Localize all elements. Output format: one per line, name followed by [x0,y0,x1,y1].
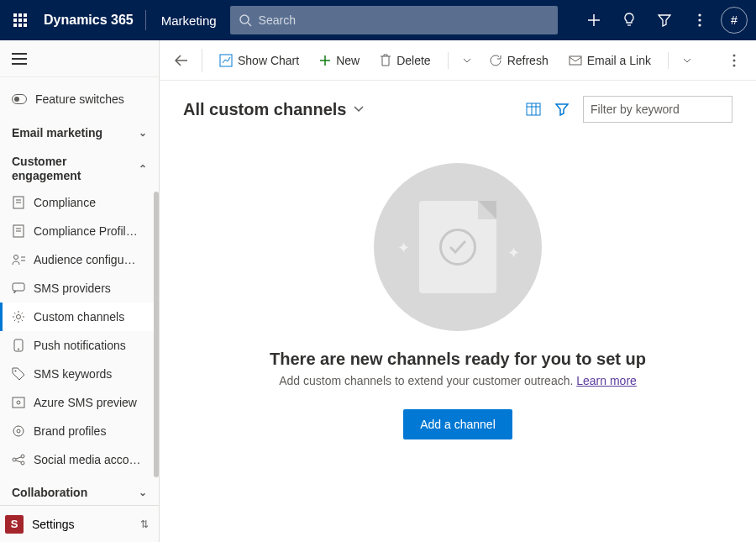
edit-columns-button[interactable] [519,96,548,123]
view-subheader: All custom channels Filter by keyword [160,81,756,129]
arrow-left-icon [175,55,188,66]
svg-point-21 [15,370,17,371]
sidebar-item-push-notifications[interactable]: Push notifications [0,331,159,360]
svg-point-34 [733,59,736,61]
commandbar-overflow-button[interactable] [722,54,746,67]
sidebar-item-custom-channels[interactable]: Custom channels [0,303,159,331]
quick-create-button[interactable] [576,0,612,40]
learn-more-link[interactable]: Learn more [576,374,637,387]
gear-icon [12,424,25,438]
checkmark-circle-icon [439,229,476,266]
sidebar-item-label: Compliance [34,196,96,209]
view-selector-button[interactable]: All custom channels [183,100,364,119]
sidebar-item-label: SMS providers [34,282,111,295]
sidebar-item-feature-switches[interactable]: Feature switches [0,84,159,114]
sidebar-item-sms-keywords[interactable]: SMS keywords [0,360,159,388]
sidebar-group-collaboration[interactable]: Collaboration ⌄ [0,481,159,504]
back-button[interactable] [170,49,193,72]
command-label: New [336,54,360,67]
empty-state-title: There are new channels ready for you to … [270,350,646,369]
sidebar-item-label: Social media acco… [34,453,141,466]
empty-state-subtitle: Add custom channels to extend your custo… [279,374,637,387]
vertical-dots-icon [732,54,736,67]
lightbulb-icon [622,13,636,28]
app-launcher-button[interactable] [0,0,40,40]
sidebar-item-compliance-profiles[interactable]: Compliance Profil… [0,217,159,245]
delete-split-button[interactable] [457,58,477,63]
chevron-up-icon: ⌃ [139,163,147,175]
command-separator [448,52,449,69]
sidebar-group-customer-engagement[interactable]: Customer engagement ⌃ [0,150,159,188]
sidebar-item-label: Brand profiles [34,424,106,438]
sidebar-group-email-marketing[interactable]: Email marketing ⌄ [0,121,159,145]
app-area-name[interactable]: Marketing [151,13,227,28]
chevron-updown-icon: ⇅ [140,518,149,530]
show-chart-button[interactable]: Show Chart [211,47,307,74]
product-name[interactable]: Dynamics 365 [40,13,140,28]
tag-icon [12,367,25,381]
sidebar-item-social-media-accounts[interactable]: Social media acco… [0,445,159,474]
chevron-down-icon: ⌄ [139,487,147,498]
delete-button[interactable]: Delete [371,47,438,74]
svg-point-28 [21,461,24,465]
command-label: Show Chart [238,54,299,67]
sidebar-item-label: Compliance Profil… [34,224,138,238]
svg-rect-22 [13,397,24,408]
command-separator [668,52,669,69]
global-filter-button[interactable] [647,0,682,40]
sidebar-scrollbar[interactable] [154,192,159,477]
svg-point-3 [698,13,701,16]
empty-state: ✦ ✦ There are new channels ready for you… [160,129,756,542]
mail-icon [569,55,582,66]
assistant-button[interactable] [612,0,647,40]
sparkle-icon: ✦ [507,244,520,262]
new-button[interactable]: New [311,47,368,74]
funnel-icon [555,103,569,116]
svg-point-33 [733,54,736,56]
vertical-dots-icon [698,13,701,27]
add-channel-button[interactable]: Add a channel [403,409,512,439]
sidebar-item-azure-sms-preview[interactable]: Azure SMS preview [0,388,159,417]
trash-icon [380,54,391,67]
area-switcher-button[interactable]: S Settings ⇅ [0,505,159,542]
waffle-icon [13,13,27,27]
sidebar-item-sms-providers[interactable]: SMS providers [0,274,159,303]
chevron-down-icon [463,58,471,63]
user-avatar[interactable]: # [721,7,748,34]
chevron-down-icon [683,58,691,63]
sidebar-item-audience-config[interactable]: Audience configu… [0,245,159,274]
phone-icon [12,339,25,352]
sidebar-item-label: Feature switches [35,92,124,106]
main-content: Show Chart New Delete Refresh Email a Li… [160,40,756,542]
chevron-down-icon [354,106,364,113]
svg-line-30 [16,460,21,462]
sidebar-item-brand-profiles[interactable]: Brand profiles [0,417,159,445]
document-icon [12,224,25,238]
sidebar-collapse-button[interactable] [12,53,27,65]
sidebar-group-label: Collaboration [12,486,87,499]
global-search-input[interactable]: Search [230,6,558,34]
sidebar-item-compliance[interactable]: Compliance [0,188,159,217]
email-link-split-button[interactable] [677,58,697,63]
search-icon [239,13,252,27]
table-columns-icon [526,103,541,116]
keyword-filter-input[interactable]: Filter by keyword [583,96,732,123]
svg-point-20 [18,348,19,350]
svg-point-14 [14,255,18,259]
command-bar: Show Chart New Delete Refresh Email a Li… [160,40,756,81]
svg-point-24 [13,426,24,436]
edit-filters-button[interactable] [548,96,576,123]
svg-point-23 [17,401,20,404]
sidebar-item-label: Push notifications [34,339,126,352]
svg-point-25 [17,429,20,433]
refresh-button[interactable]: Refresh [480,47,557,74]
sidebar-group-label: Customer engagement [12,155,113,183]
toggle-icon [12,94,27,104]
share-icon [12,454,25,466]
preview-icon [12,397,25,408]
gear-icon [12,310,25,324]
topbar-divider [145,10,146,30]
email-link-button[interactable]: Email a Link [560,47,659,74]
command-separator [202,49,202,72]
topbar-overflow-button[interactable] [682,0,717,40]
